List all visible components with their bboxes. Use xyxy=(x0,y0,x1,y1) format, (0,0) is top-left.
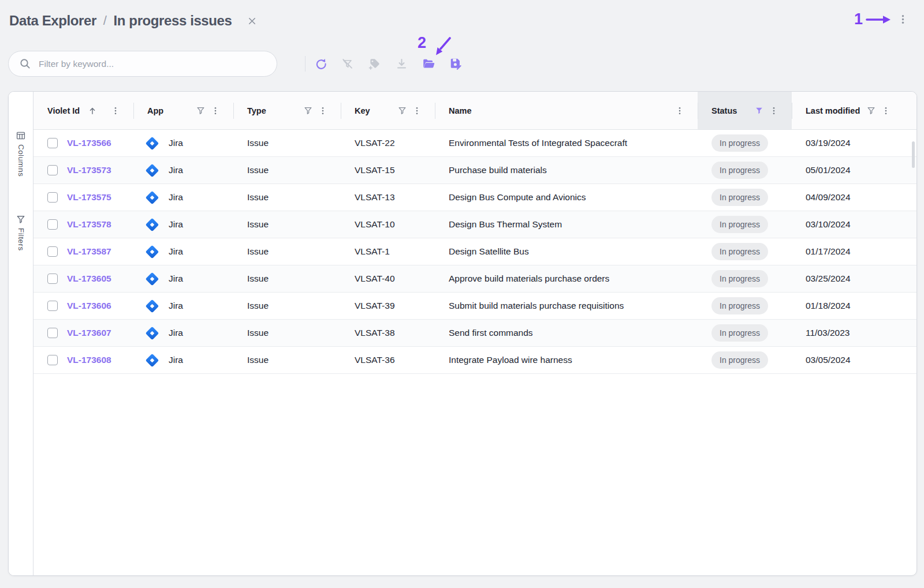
column-header-app[interactable]: App xyxy=(133,92,233,129)
cell-status: In progress xyxy=(698,238,792,265)
key-value: VLSAT-13 xyxy=(355,192,395,203)
last-modified-value: 11/03/2023 xyxy=(806,328,850,338)
filter-active-icon[interactable] xyxy=(755,106,763,115)
violet-id-link[interactable]: VL-173607 xyxy=(67,328,111,338)
app-name: Jira xyxy=(169,355,183,365)
issue-name: Environmental Tests of Integrated Spacec… xyxy=(449,138,627,148)
column-menu-button[interactable] xyxy=(676,107,684,115)
row-checkbox[interactable] xyxy=(47,219,58,230)
cell-last-modified: 01/17/2024 xyxy=(792,238,916,265)
type-value: Issue xyxy=(247,138,269,148)
clear-filters-button[interactable] xyxy=(337,54,357,73)
add-tag-button[interactable] xyxy=(364,54,384,73)
last-modified-value: 01/17/2024 xyxy=(806,246,851,257)
columns-rail-button[interactable]: Columns xyxy=(16,131,25,177)
violet-id-link[interactable]: VL-173573 xyxy=(67,165,111,175)
columns-rail-label: Columns xyxy=(17,144,25,177)
violet-id-link[interactable]: VL-173606 xyxy=(67,301,111,311)
violet-id-link[interactable]: VL-173608 xyxy=(67,355,111,365)
tag-plus-icon xyxy=(368,58,381,70)
row-checkbox[interactable] xyxy=(47,138,58,148)
column-header-name[interactable]: Name xyxy=(435,92,698,129)
cell-key: VLSAT-15 xyxy=(341,157,435,183)
violet-id-link[interactable]: VL-173575 xyxy=(67,192,111,203)
violet-id-link[interactable]: VL-173578 xyxy=(67,219,111,230)
cell-status: In progress xyxy=(698,130,792,156)
column-header-type[interactable]: Type xyxy=(233,92,341,129)
row-checkbox[interactable] xyxy=(47,274,58,284)
violet-id-link[interactable]: VL-173587 xyxy=(67,246,111,257)
column-menu-button[interactable] xyxy=(770,107,778,115)
app-name: Jira xyxy=(169,192,183,203)
app-name: Jira xyxy=(169,328,183,338)
column-menu-button[interactable] xyxy=(882,107,890,115)
row-checkbox[interactable] xyxy=(47,192,58,203)
cell-app: Jira xyxy=(133,238,233,265)
vertical-scrollbar[interactable] xyxy=(912,141,915,168)
breadcrumb-separator: / xyxy=(103,13,107,28)
cell-key: VLSAT-36 xyxy=(341,347,435,373)
filter-icon[interactable] xyxy=(867,106,875,115)
row-checkbox[interactable] xyxy=(47,328,58,338)
column-menu-button[interactable] xyxy=(111,107,120,115)
table-row: VL-173605 Jira Issue xyxy=(33,265,916,293)
column-menu-button[interactable] xyxy=(319,107,327,115)
column-label: Key xyxy=(355,106,370,115)
last-modified-value: 03/25/2024 xyxy=(806,274,851,284)
column-header-violet-id[interactable]: Violet Id xyxy=(33,92,133,129)
filters-rail-button[interactable]: Filters xyxy=(16,215,25,251)
last-modified-value: 03/19/2024 xyxy=(806,138,851,148)
row-checkbox[interactable] xyxy=(47,165,58,175)
table-row: VL-173578 Jira Issue xyxy=(33,211,916,238)
search-input[interactable] xyxy=(8,51,277,77)
filter-icon[interactable] xyxy=(196,106,205,115)
app-name: Jira xyxy=(169,246,183,257)
violet-id-link[interactable]: VL-173605 xyxy=(67,274,111,284)
save-edit-icon xyxy=(449,57,462,70)
status-badge: In progress xyxy=(711,270,768,287)
column-header-status[interactable]: Status xyxy=(698,92,792,129)
cell-violet-id: VL-173606 xyxy=(33,293,133,319)
filter-icon[interactable] xyxy=(398,106,407,115)
filter-icon[interactable] xyxy=(304,106,312,115)
violet-id-link[interactable]: VL-173566 xyxy=(67,138,111,148)
close-icon xyxy=(247,16,257,26)
cell-app: Jira xyxy=(133,320,233,346)
view-menu-button[interactable] xyxy=(895,12,910,27)
download-button[interactable] xyxy=(392,54,411,73)
status-badge: In progress xyxy=(711,216,768,233)
cell-key: VLSAT-39 xyxy=(341,293,435,319)
cell-status: In progress xyxy=(698,184,792,211)
jira-icon xyxy=(144,244,160,260)
cell-violet-id: VL-173573 xyxy=(33,157,133,183)
refresh-button[interactable] xyxy=(310,54,330,73)
cell-key: VLSAT-40 xyxy=(341,265,435,292)
row-checkbox[interactable] xyxy=(47,355,58,365)
refresh-icon xyxy=(314,58,326,70)
jira-icon xyxy=(144,353,160,368)
status-badge: In progress xyxy=(711,297,768,314)
cell-last-modified: 05/01/2024 xyxy=(792,157,916,183)
status-badge: In progress xyxy=(711,162,768,179)
column-header-key[interactable]: Key xyxy=(341,92,435,129)
cell-last-modified: 03/05/2024 xyxy=(792,347,916,373)
app-name: Jira xyxy=(169,165,183,175)
key-value: VLSAT-15 xyxy=(355,165,395,175)
breadcrumb: Data Explorer / In progress issues xyxy=(9,13,259,29)
column-menu-button[interactable] xyxy=(413,107,421,115)
cell-last-modified: 04/09/2024 xyxy=(792,184,916,211)
key-value: VLSAT-40 xyxy=(355,274,395,284)
cell-type: Issue xyxy=(233,265,341,292)
breadcrumb-root[interactable]: Data Explorer xyxy=(9,13,96,29)
cell-type: Issue xyxy=(233,184,341,211)
row-checkbox[interactable] xyxy=(47,301,58,311)
download-icon xyxy=(396,58,408,70)
close-view-button[interactable] xyxy=(244,13,259,28)
column-header-last-modified[interactable]: Last modified xyxy=(792,92,916,129)
cell-name: Environmental Tests of Integrated Spacec… xyxy=(435,130,698,156)
key-value: VLSAT-38 xyxy=(355,328,395,338)
cell-status: In progress xyxy=(698,265,792,292)
key-value: VLSAT-10 xyxy=(355,219,395,230)
column-menu-button[interactable] xyxy=(211,107,219,115)
row-checkbox[interactable] xyxy=(47,246,58,257)
